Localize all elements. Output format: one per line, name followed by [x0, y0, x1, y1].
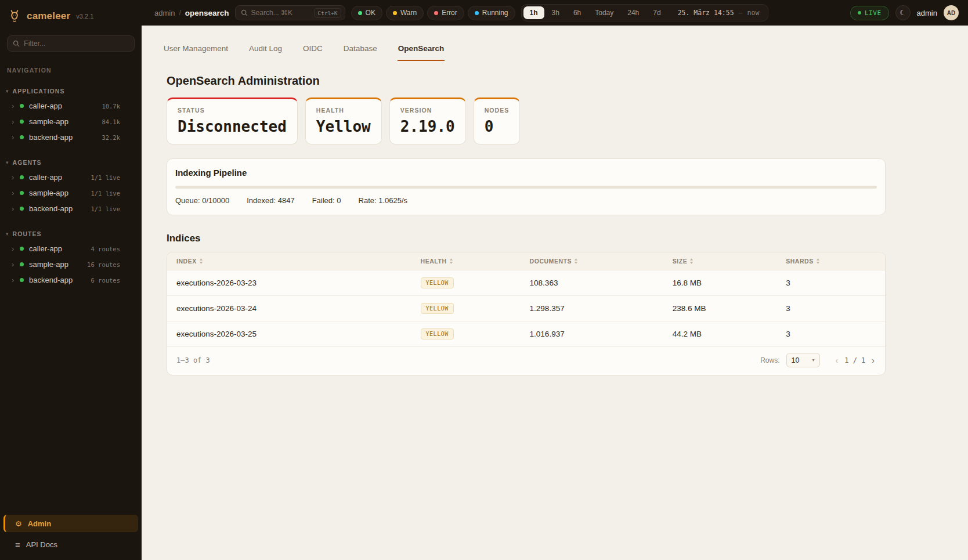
sidebar-item-label: caller-app: [29, 173, 62, 182]
time-range-1h[interactable]: 1h: [523, 6, 544, 19]
card-label: HEALTH: [316, 107, 371, 114]
pipeline-stat-rate: Rate: 1.0625/s: [359, 196, 408, 205]
card-label: VERSION: [400, 107, 455, 114]
time-range-7d[interactable]: 7d: [646, 6, 667, 19]
column-header-size[interactable]: SIZE: [663, 252, 776, 270]
status-card-version: VERSION 2.19.0: [389, 97, 466, 144]
status-dot-icon: [20, 278, 24, 282]
sidebar-item-route-caller-app[interactable]: › caller-app 4 routes: [0, 241, 142, 256]
pipeline-stat-indexed: Indexed: 4847: [247, 196, 294, 205]
sidebar-item-backend-app[interactable]: › backend-app 32.2k: [0, 129, 142, 145]
sort-icon: [574, 258, 578, 264]
filter-label: Running: [482, 9, 508, 17]
logo: cameleer v3.2.1: [0, 0, 142, 31]
sidebar-section-label: APPLICATIONS: [13, 88, 65, 95]
tab-database[interactable]: Database: [343, 39, 378, 61]
pipeline-progress-bar: [175, 186, 877, 189]
page-prev-button[interactable]: ‹: [835, 356, 840, 365]
api-docs-label: API Docs: [26, 540, 57, 549]
avatar[interactable]: AD: [944, 5, 959, 20]
topbar-right: LIVE ☾ admin AD: [850, 5, 959, 20]
search-input[interactable]: Search... ⌘K Ctrl+K: [235, 5, 345, 20]
breadcrumb: admin / opensearch: [154, 9, 229, 17]
filter-warn-button[interactable]: Warn: [386, 6, 424, 20]
sidebar-item-route-sample-app[interactable]: › sample-app 16 routes: [0, 256, 142, 272]
sidebar-item-badge: 4 routes: [91, 245, 120, 252]
search-icon: [13, 40, 20, 47]
column-header-shards[interactable]: SHARDS: [776, 252, 885, 270]
cameleer-logo-icon: [7, 9, 22, 24]
dark-mode-toggle[interactable]: ☾: [895, 5, 911, 20]
status-dot-icon: [20, 175, 24, 179]
cell-health: YELLOW: [411, 296, 521, 321]
card-value: Yellow: [316, 118, 371, 135]
page-title: OpenSearch Administration: [167, 74, 886, 88]
table-row: executions-2026-03-24 YELLOW 1.298.357 2…: [167, 296, 885, 321]
sidebar-filter-input[interactable]: Filter...: [7, 35, 135, 52]
sidebar-section-label: ROUTES: [13, 230, 42, 237]
search-placeholder: Search... ⌘K: [251, 9, 311, 17]
sidebar-item-route-backend-app[interactable]: › backend-app 6 routes: [0, 272, 142, 288]
search-shortcut-kbd: Ctrl+K: [314, 8, 341, 18]
live-label: LIVE: [865, 9, 882, 17]
sidebar-item-sample-app[interactable]: › sample-app 84.1k: [0, 114, 142, 129]
card-label: NODES: [485, 107, 510, 114]
cell-index: executions-2026-03-25: [167, 323, 411, 345]
tab-audit-log[interactable]: Audit Log: [248, 39, 283, 61]
sidebar-item-caller-app[interactable]: › caller-app 10.7k: [0, 98, 142, 114]
card-value: 2.19.0: [400, 118, 455, 135]
live-toggle[interactable]: LIVE: [850, 6, 889, 20]
sidebar-item-agent-caller-app[interactable]: › caller-app 1/1 live: [0, 169, 142, 185]
column-header-documents[interactable]: DOCUMENTS: [521, 252, 663, 270]
app-version: v3.2.1: [76, 13, 93, 20]
page-next-button[interactable]: ›: [871, 356, 876, 365]
cell-size: 238.6 MB: [663, 297, 776, 320]
filter-running-button[interactable]: Running: [468, 6, 515, 20]
health-badge: YELLOW: [421, 328, 454, 339]
breadcrumb-parent[interactable]: admin: [154, 9, 175, 17]
tab-opensearch[interactable]: OpenSearch: [398, 39, 445, 61]
running-dot-icon: [475, 11, 479, 15]
indices-table: INDEX HEALTH DOCUMENTS SIZE: [167, 252, 886, 375]
rows-per-page-select[interactable]: 10 ▾: [786, 353, 820, 367]
caret-down-icon: ▾: [6, 88, 9, 94]
caret-down-icon: ▾: [6, 231, 9, 237]
column-header-index[interactable]: INDEX: [167, 252, 411, 270]
table-row: executions-2026-03-23 YELLOW 108.363 16.…: [167, 270, 885, 296]
time-range-6h[interactable]: 6h: [567, 6, 587, 19]
cell-health: YELLOW: [411, 321, 521, 346]
sidebar: cameleer v3.2.1 Filter... NAVIGATION ▾ A…: [0, 0, 142, 560]
tab-user-management[interactable]: User Management: [163, 39, 229, 61]
card-value: 0: [485, 118, 510, 135]
sidebar-item-admin[interactable]: ⚙ Admin: [3, 515, 138, 532]
filter-error-button[interactable]: Error: [427, 6, 464, 20]
filter-ok-button[interactable]: OK: [351, 6, 382, 20]
pagination: ‹ 1 / 1 ›: [835, 356, 876, 365]
app-name: cameleer: [27, 10, 70, 22]
sidebar-section-agents[interactable]: ▾ AGENTS: [0, 156, 142, 169]
sidebar-section-applications[interactable]: ▾ APPLICATIONS: [0, 84, 142, 98]
breadcrumb-current: opensearch: [185, 9, 229, 17]
time-range-3h[interactable]: 3h: [546, 6, 566, 19]
sidebar-item-api-docs[interactable]: ≡ API Docs: [0, 537, 142, 552]
chevron-right-icon: ›: [12, 102, 17, 110]
sort-icon: [689, 258, 694, 264]
chevron-right-icon: ›: [12, 204, 17, 213]
time-range-24h[interactable]: 24h: [621, 6, 645, 19]
status-dot-icon: [20, 120, 24, 124]
live-dot-icon: [858, 11, 861, 15]
sidebar-item-badge: 6 routes: [91, 277, 120, 284]
time-range-today[interactable]: Today: [588, 6, 620, 19]
date-range-display[interactable]: 25. März 14:55 — now: [678, 9, 760, 17]
sidebar-item-label: sample-app: [29, 189, 68, 197]
tab-oidc[interactable]: OIDC: [302, 39, 323, 61]
status-dot-icon: [20, 135, 24, 139]
chevron-right-icon: ›: [12, 189, 17, 197]
pipeline-stat-failed: Failed: 0: [312, 196, 341, 205]
sidebar-item-label: backend-app: [29, 204, 73, 213]
sidebar-item-agent-sample-app[interactable]: › sample-app 1/1 live: [0, 185, 142, 201]
column-header-health[interactable]: HEALTH: [411, 252, 521, 270]
sidebar-item-agent-backend-app[interactable]: › backend-app 1/1 live: [0, 201, 142, 216]
sidebar-section-routes[interactable]: ▾ ROUTES: [0, 227, 142, 241]
sidebar-section-label: AGENTS: [13, 159, 42, 166]
